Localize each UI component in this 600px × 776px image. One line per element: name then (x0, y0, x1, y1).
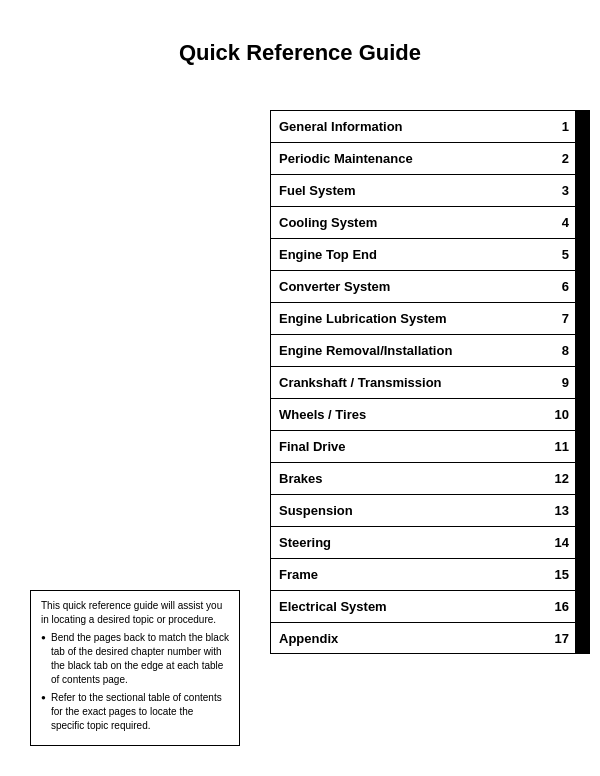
toc-row[interactable]: Engine Top End5 (270, 238, 590, 270)
toc-tab (575, 143, 589, 174)
toc-number: 14 (547, 535, 575, 550)
toc-number: 16 (547, 599, 575, 614)
toc-tab (575, 591, 589, 622)
toc-number: 6 (547, 279, 575, 294)
note-box: This quick reference guide will assist y… (30, 590, 240, 746)
toc-row[interactable]: Wheels / Tires10 (270, 398, 590, 430)
toc-row[interactable]: Crankshaft / Transmission9 (270, 366, 590, 398)
toc-number: 1 (547, 119, 575, 134)
toc-label: Wheels / Tires (271, 407, 547, 422)
toc-label: Frame (271, 567, 547, 582)
toc-label: Crankshaft / Transmission (271, 375, 547, 390)
toc-label: Periodic Maintenance (271, 151, 547, 166)
toc-label: Engine Removal/Installation (271, 343, 547, 358)
toc-row[interactable]: Engine Removal/Installation8 (270, 334, 590, 366)
toc-label: Appendix (271, 631, 547, 646)
toc-row[interactable]: Periodic Maintenance2 (270, 142, 590, 174)
toc-number: 17 (547, 631, 575, 646)
toc-number: 2 (547, 151, 575, 166)
toc-number: 3 (547, 183, 575, 198)
toc-label: Brakes (271, 471, 547, 486)
toc-tab (575, 559, 589, 590)
toc-tab (575, 335, 589, 366)
toc-tab (575, 399, 589, 430)
page-title: Quick Reference Guide (0, 0, 600, 86)
page: Quick Reference Guide General Informatio… (0, 0, 600, 776)
toc-number: 8 (547, 343, 575, 358)
toc-container: General Information1Periodic Maintenance… (270, 110, 590, 654)
toc-label: Engine Top End (271, 247, 547, 262)
toc-row[interactable]: Fuel System3 (270, 174, 590, 206)
note-bullet: Bend the pages back to match the black t… (41, 631, 229, 687)
toc-label: Cooling System (271, 215, 547, 230)
toc-label: Final Drive (271, 439, 547, 454)
toc-label: Fuel System (271, 183, 547, 198)
toc-number: 12 (547, 471, 575, 486)
toc-label: Electrical System (271, 599, 547, 614)
toc-tab (575, 527, 589, 558)
toc-row[interactable]: Frame15 (270, 558, 590, 590)
note-bullet: Refer to the sectional table of contents… (41, 691, 229, 733)
toc-row[interactable]: Electrical System16 (270, 590, 590, 622)
toc-tab (575, 367, 589, 398)
toc-number: 9 (547, 375, 575, 390)
toc-row[interactable]: Steering14 (270, 526, 590, 558)
toc-tab (575, 111, 589, 142)
toc-tab (575, 623, 589, 653)
toc-tab (575, 495, 589, 526)
toc-row[interactable]: Final Drive11 (270, 430, 590, 462)
toc-tab (575, 207, 589, 238)
toc-number: 13 (547, 503, 575, 518)
toc-row[interactable]: Appendix17 (270, 622, 590, 654)
note-intro: This quick reference guide will assist y… (41, 599, 229, 627)
toc-tab (575, 431, 589, 462)
note-list: Bend the pages back to match the black t… (41, 631, 229, 733)
toc-label: General Information (271, 119, 547, 134)
toc-row[interactable]: General Information1 (270, 110, 590, 142)
toc-number: 5 (547, 247, 575, 262)
toc-tab (575, 271, 589, 302)
toc-number: 4 (547, 215, 575, 230)
toc-row[interactable]: Cooling System4 (270, 206, 590, 238)
toc-tab (575, 303, 589, 334)
toc-tab (575, 463, 589, 494)
toc-number: 7 (547, 311, 575, 326)
toc-number: 11 (547, 439, 575, 454)
toc-row[interactable]: Converter System6 (270, 270, 590, 302)
toc-label: Steering (271, 535, 547, 550)
toc-label: Converter System (271, 279, 547, 294)
toc-tab (575, 175, 589, 206)
toc-label: Suspension (271, 503, 547, 518)
toc-row[interactable]: Suspension13 (270, 494, 590, 526)
toc-row[interactable]: Brakes12 (270, 462, 590, 494)
toc-tab (575, 239, 589, 270)
toc-number: 10 (547, 407, 575, 422)
toc-label: Engine Lubrication System (271, 311, 547, 326)
toc-number: 15 (547, 567, 575, 582)
toc-row[interactable]: Engine Lubrication System7 (270, 302, 590, 334)
